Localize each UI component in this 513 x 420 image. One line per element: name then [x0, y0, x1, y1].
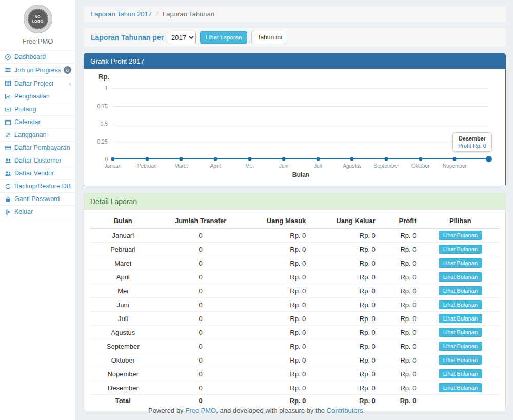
cell-jumlah-transfer: 0 — [156, 243, 246, 256]
x-tick-label: Nopember — [443, 163, 467, 169]
x-tick-label: Januari — [105, 163, 122, 169]
breadcrumb-link-laporan-tahun[interactable]: Laporan Tahun 2017 — [91, 10, 152, 18]
sidebar-item-backup-restore-db[interactable]: Backup/Restore DB — [0, 179, 75, 192]
cell-bulan: Januari — [90, 228, 156, 243]
x-tick-label: Pebruari — [137, 163, 157, 169]
cell-bulan: Mei — [90, 284, 156, 298]
data-point-dot — [453, 157, 457, 161]
footer-text: Powered by — [148, 407, 185, 414]
cell-jumlah-transfer: 0 — [156, 256, 246, 270]
cell-uang-keluar: Rp. 0 — [311, 312, 380, 326]
x-tick-label: Agustus — [343, 163, 361, 169]
lihat-bulanan-button[interactable]: Lihat Bulanan — [439, 355, 482, 365]
total-cell-profit: Rp. 0 — [381, 395, 422, 407]
cell-pilihan: Lihat Bulanan — [422, 243, 499, 256]
cell-uang-masuk: Rp. 0 — [246, 284, 311, 298]
chart-x-axis-label: Bulan — [113, 171, 489, 178]
sidebar-item-label: Daftar Customer — [14, 157, 62, 164]
lihat-bulanan-button[interactable]: Lihat Bulanan — [439, 342, 482, 351]
cell-bulan: Pebruari — [90, 243, 156, 256]
x-tick-label: Juni — [279, 163, 288, 169]
chart-panel-title: Grafik Profit 2017 — [84, 54, 505, 69]
table-row: Nopember0Rp. 0Rp. 0Rp. 0Lihat Bulanan — [90, 367, 499, 381]
y-tick-label: 0.5 — [90, 121, 108, 127]
cell-uang-masuk: Rp. 0 — [246, 256, 311, 270]
cell-uang-masuk: Rp. 0 — [246, 339, 311, 353]
cell-pilihan: Lihat Bulanan — [422, 381, 499, 395]
sidebar-item-ganti-password[interactable]: Ganti Password — [0, 192, 75, 205]
cell-uang-masuk: Rp. 0 — [246, 353, 311, 367]
lihat-bulanan-button[interactable]: Lihat Bulanan — [439, 314, 482, 323]
cell-bulan: Juni — [90, 298, 156, 312]
free-pmo-link[interactable]: Free PMO — [185, 407, 216, 414]
cell-uang-masuk: Rp. 0 — [246, 367, 311, 381]
cell-bulan: Oktober — [90, 353, 156, 367]
table-row: Juni0Rp. 0Rp. 0Rp. 0Lihat Bulanan — [90, 298, 499, 312]
table-row: Pebruari0Rp. 0Rp. 0Rp. 0Lihat Bulanan — [90, 243, 499, 256]
no-logo-text: NO LOGO — [28, 9, 48, 29]
year-select[interactable]: 2017 — [168, 31, 196, 44]
sidebar-item-langganan[interactable]: Langganan — [0, 128, 75, 141]
count-badge: 0 — [64, 66, 71, 74]
sidebar-item-daftar-pembayaran[interactable]: Daftar Pembayaran — [0, 141, 75, 154]
sidebar-item-penghasilan[interactable]: Penghasilan — [0, 90, 75, 103]
lihat-bulanan-button[interactable]: Lihat Bulanan — [439, 258, 482, 268]
cell-uang-masuk: Rp. 0 — [246, 228, 311, 243]
sidebar-item-job-on-progress[interactable]: Job on Progress0 — [0, 63, 75, 76]
sidebar-item-daftar-customer[interactable]: Daftar Customer — [0, 154, 75, 167]
sidebar-item-piutang[interactable]: Piutang — [0, 103, 75, 115]
sidebar-item-daftar-project[interactable]: Daftar Project‹ — [0, 76, 75, 90]
cell-profit: Rp. 0 — [381, 228, 422, 243]
y-tick-label: 1 — [90, 85, 108, 91]
table-row: Agustus0Rp. 0Rp. 0Rp. 0Lihat Bulanan — [90, 326, 499, 339]
no-logo-badge: NO LOGO — [24, 5, 52, 33]
lihat-laporan-button[interactable]: Lihat Laporan — [200, 31, 247, 44]
tahun-ini-button[interactable]: Tahun ini — [251, 31, 287, 44]
data-point-dot — [248, 157, 251, 161]
detail-panel-title: Detail Laporan — [84, 193, 505, 210]
cell-uang-masuk: Rp. 0 — [246, 243, 311, 256]
table-row: Maret0Rp. 0Rp. 0Rp. 0Lihat Bulanan — [90, 256, 499, 270]
gridline — [113, 106, 489, 107]
lihat-bulanan-button[interactable]: Lihat Bulanan — [439, 369, 482, 378]
lihat-bulanan-button[interactable]: Lihat Bulanan — [439, 328, 482, 337]
cell-profit: Rp. 0 — [381, 312, 422, 326]
cell-profit: Rp. 0 — [381, 353, 422, 367]
cell-profit: Rp. 0 — [381, 270, 422, 284]
data-point-dot — [419, 157, 422, 161]
cell-bulan: Nopember — [90, 367, 156, 381]
cell-pilihan: Lihat Bulanan — [422, 353, 499, 367]
gridline — [113, 88, 489, 89]
cell-bulan: Desember — [90, 381, 156, 395]
sidebar-item-label: Job on Progress — [14, 67, 61, 74]
sidebar-item-daftar-vendor[interactable]: Daftar Vendor — [0, 167, 75, 179]
lihat-bulanan-button[interactable]: Lihat Bulanan — [439, 383, 482, 392]
brand-name: Free PMO — [0, 33, 75, 50]
cell-profit: Rp. 0 — [381, 284, 422, 298]
cell-pilihan: Lihat Bulanan — [422, 228, 499, 243]
profit-data-line — [113, 158, 489, 159]
lihat-bulanan-button[interactable]: Lihat Bulanan — [439, 286, 482, 295]
cell-bulan: April — [90, 270, 156, 284]
lihat-bulanan-button[interactable]: Lihat Bulanan — [439, 272, 482, 282]
column-header-bulan: Bulan — [90, 214, 156, 228]
detail-panel-body: BulanJumlah TransferUang MasukUang Kelua… — [84, 210, 505, 411]
cell-jumlah-transfer: 0 — [156, 353, 246, 367]
data-point-dot — [316, 157, 320, 161]
lihat-bulanan-button[interactable]: Lihat Bulanan — [439, 231, 482, 240]
sidebar-item-dashboard[interactable]: Dashboard — [0, 50, 75, 63]
sidebar-item-label: Piutang — [14, 106, 36, 113]
lihat-bulanan-button[interactable]: Lihat Bulanan — [439, 245, 482, 254]
cell-uang-masuk: Rp. 0 — [246, 270, 311, 284]
sidebar-item-calendar[interactable]: Calendar — [0, 115, 75, 128]
lihat-bulanan-button[interactable]: Lihat Bulanan — [439, 300, 482, 309]
main-content: Laporan Tahun 2017 / Laporan Tahunan Lap… — [76, 0, 513, 411]
contributors-link[interactable]: Contributors — [327, 407, 363, 414]
chart-tooltip: Desember Profit Rp: 0 — [452, 132, 492, 152]
data-point-dot — [486, 156, 492, 162]
tooltip-title: Desember — [458, 135, 486, 142]
cell-uang-keluar: Rp. 0 — [311, 256, 380, 270]
sidebar-item-keluar[interactable]: Keluar — [0, 205, 75, 218]
column-header-jumlah-transfer: Jumlah Transfer — [156, 214, 246, 228]
cell-profit: Rp. 0 — [381, 256, 422, 270]
